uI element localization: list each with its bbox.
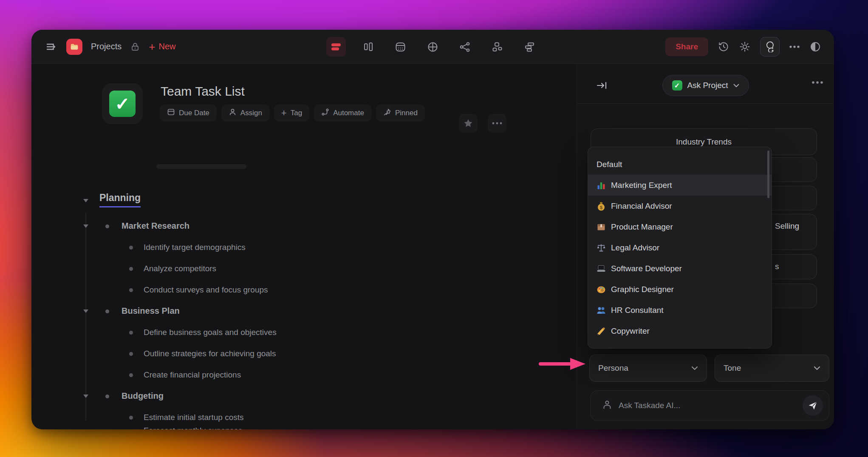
org-chart-view-icon[interactable] [488,37,507,57]
partial-emoji-icon [597,347,606,349]
outline-item-row[interactable]: Forecast monthly expenses [82,429,550,429]
persona-select[interactable]: Persona [589,355,707,382]
automation-flow-icon [321,108,329,118]
board-view-icon[interactable] [359,37,378,57]
bullet-icon[interactable] [129,267,133,271]
share-button-label: Share [676,42,698,51]
due-date-button[interactable]: Due Date [160,105,217,122]
persona-option-copywriter[interactable]: Copywriter [588,321,772,341]
outline-item-text: Outline strategies for achieving goals [144,349,276,358]
persona-option-legal-advisor[interactable]: Legal Advisor [588,237,772,258]
gantt-view-icon[interactable] [520,37,540,57]
persona-option-partial[interactable] [588,341,772,349]
suggestion-fragment: Selling [775,221,799,231]
outline-item-row[interactable]: Budgeting [82,386,550,407]
send-button[interactable] [803,395,823,416]
tag-label: Tag [291,109,302,117]
tone-select-label: Tone [724,363,741,373]
panel-header-divider [577,103,834,104]
outline-item-row[interactable]: Conduct surveys and focus groups [82,280,550,301]
dropdown-scrollbar[interactable] [767,150,769,198]
persona-option-product-manager[interactable]: Product Manager [588,216,772,237]
outline-item-row[interactable]: Business Plan [82,301,550,322]
split-view-icon[interactable] [809,41,821,53]
assign-button[interactable]: Assign [221,105,269,122]
outline-item-row[interactable]: Analyze competitors [82,258,550,280]
outline-item-text: Forecast monthly expenses [144,426,242,429]
persona-option-label: Product Manager [611,222,673,232]
plus-icon: + [281,110,287,116]
bullet-icon[interactable] [129,352,133,356]
bullet-icon[interactable] [129,288,133,292]
bullet-icon[interactable] [129,246,133,250]
outline-item-row[interactable]: Create financial projections [82,365,550,386]
persona-option-default[interactable]: Default [588,154,772,175]
new-button[interactable]: + New [149,42,175,51]
person-icon [602,399,613,412]
persona-option-label: Marketing Expert [611,181,672,190]
persona-select-label: Persona [598,363,628,373]
document-more-button[interactable] [488,114,506,133]
persona-option-software-developer[interactable]: Software Developer [588,258,772,279]
palette-icon [597,285,606,294]
persona-option-label: Software Developer [611,264,682,273]
tag-button[interactable]: + Tag [274,105,309,122]
ai-prompt-input[interactable] [619,401,797,410]
outline-item-row[interactable]: Market Research [82,216,550,237]
outline-item-row[interactable]: Define business goals and objectives [82,322,550,343]
bullet-icon[interactable] [105,224,109,228]
lock-icon[interactable] [130,42,140,52]
chevron-down-icon [814,366,820,370]
document-toolbar: Due Date Assign + Tag Automate Pinned [160,105,425,122]
outline-item-row[interactable]: Identify target demographics [82,237,550,258]
bullet-icon[interactable] [129,331,133,335]
mindmap-view-icon[interactable] [423,37,443,57]
outline-heading-text: Planning [99,192,141,207]
persona-option-hr-consultant[interactable]: HR Consultant [588,300,772,321]
persona-option-graphic-designer[interactable]: Graphic Designer [588,279,772,300]
collapse-caret-icon[interactable] [83,309,88,313]
projects-label[interactable]: Projects [91,42,122,51]
ai-input-box[interactable] [590,390,829,421]
ai-panel: ✓ Ask Project Industry Trends Selling s … [577,64,834,429]
page-title[interactable]: Team Task List [161,84,245,99]
outline-item-text: Conduct surveys and focus groups [144,285,268,295]
list-view-icon[interactable] [326,37,346,57]
bullet-icon[interactable] [105,395,109,398]
outline-item-row[interactable]: Outline strategies for achieving goals [82,343,550,365]
settings-gear-icon[interactable] [739,41,751,53]
ask-project-dropdown[interactable]: ✓ Ask Project [662,75,749,96]
money-bag-icon: $ [597,202,606,211]
pinned-button[interactable]: Pinned [376,105,425,122]
outline-item-row[interactable]: Estimate initial startup costs [82,407,550,429]
assign-label: Assign [240,109,262,117]
history-icon[interactable] [718,41,729,53]
projects-folder-icon[interactable] [66,39,82,55]
outline-item-text: Business Plan [122,306,180,316]
collapse-caret-icon[interactable] [83,224,88,228]
share-button[interactable]: Share [665,37,708,56]
tone-select[interactable]: Tone [715,355,829,382]
persona-option-marketing-expert[interactable]: Marketing Expert [588,175,772,196]
automate-button[interactable]: Automate [314,105,371,122]
panel-more-icon[interactable] [811,81,823,84]
persona-option-financial-advisor[interactable]: $Financial Advisor [588,196,772,216]
ai-chat-button[interactable] [760,37,780,57]
svg-text:$: $ [600,204,602,210]
more-options-icon[interactable] [789,45,800,48]
collapse-caret-icon[interactable] [83,395,88,398]
outline-item-text: Budgeting [122,391,164,401]
bullet-icon[interactable] [129,416,133,420]
share-nodes-view-icon[interactable] [455,37,475,57]
collapse-caret-icon[interactable] [83,199,88,202]
project-icon-card[interactable]: ✓ [102,83,143,124]
bullet-icon[interactable] [105,309,109,313]
sidebar-toggle-icon[interactable] [45,40,58,53]
favorite-star-button[interactable] [459,114,478,133]
outline-heading-row[interactable]: Planning [82,192,550,216]
bullet-icon[interactable] [129,373,133,377]
persona-option-label: Default [597,160,622,169]
suggestion-label: Industry Trends [676,137,732,147]
collapse-panel-icon[interactable] [596,79,608,92]
calendar-view-icon[interactable] [391,37,410,57]
